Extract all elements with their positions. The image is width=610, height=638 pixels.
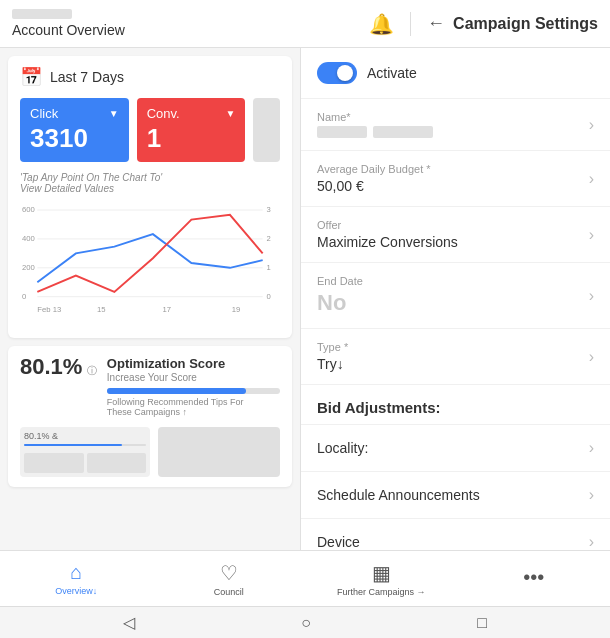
optimization-info: Optimization Score Increase Your Score F… (107, 356, 280, 417)
settings-row-budget[interactable]: Average Daily Budget * 50,00 € › (301, 151, 610, 207)
bid-schedule-label: Schedule Announcements (317, 487, 480, 503)
calendar-icon: 📅 (20, 66, 42, 88)
bottom-area: ⌂ Overview↓ ♡ Council ▦ Further Campaign… (0, 550, 610, 638)
conv-dropdown-icon[interactable]: ▼ (226, 108, 236, 119)
activate-label: Activate (367, 65, 417, 81)
bid-locality-label: Locality: (317, 440, 368, 456)
click-metric-box[interactable]: Click ▼ 3310 (20, 98, 129, 162)
conv-metric-box[interactable]: Conv. ▼ 1 (137, 98, 246, 162)
optimization-title: Optimization Score (107, 356, 280, 371)
android-recent-btn[interactable]: □ (477, 614, 487, 632)
date-card: 📅 Last 7 Days Click ▼ 3310 Conv. ▼ (8, 56, 292, 338)
account-overview-title: Account Overview (12, 22, 369, 38)
bid-device-label: Device (317, 534, 360, 550)
conv-label: Conv. (147, 106, 180, 121)
settings-type-label: Type * (317, 341, 589, 353)
settings-row-type[interactable]: Type * Try↓ › (301, 329, 610, 385)
optimization-row: 80.1% ⓘ Optimization Score Increase Your… (20, 356, 280, 417)
click-label: Click (30, 106, 58, 121)
svg-text:17: 17 (163, 305, 172, 314)
opt-thumb-score: 80.1% & (20, 427, 150, 477)
settings-enddate-content: End Date No (317, 275, 589, 316)
settings-budget-value: 50,00 € (317, 178, 589, 194)
settings-name-label: Name* (317, 111, 589, 123)
settings-type-value: Try↓ (317, 356, 589, 372)
optimization-card: 80.1% ⓘ Optimization Score Increase Your… (8, 346, 292, 487)
left-panel: 📅 Last 7 Days Click ▼ 3310 Conv. ▼ (0, 48, 300, 550)
chart-container[interactable]: 600 400 200 0 3 2 1 0 (20, 198, 280, 328)
click-label-row: Click ▼ (30, 106, 119, 121)
android-back-btn[interactable]: ◁ (123, 613, 135, 632)
settings-name-value (317, 126, 589, 138)
top-bar-right: 🔔 ← Campaign Settings (369, 12, 598, 36)
settings-enddate-value: No (317, 290, 589, 316)
conv-label-row: Conv. ▼ (147, 106, 236, 121)
optimization-follow-text: Following Recommended Tips ForThese Camp… (107, 397, 280, 417)
settings-budget-label: Average Daily Budget * (317, 163, 589, 175)
main-content: 📅 Last 7 Days Click ▼ 3310 Conv. ▼ (0, 48, 610, 550)
settings-row-name[interactable]: Name* › (301, 99, 610, 151)
settings-budget-content: Average Daily Budget * 50,00 € (317, 163, 589, 194)
svg-text:19: 19 (232, 305, 241, 314)
nav-campaigns-icon: ▦ (372, 561, 391, 585)
divider (410, 12, 411, 36)
svg-text:Feb 13: Feb 13 (37, 305, 61, 314)
metric-row: Click ▼ 3310 Conv. ▼ 1 (20, 98, 280, 162)
locality-chevron-icon: › (589, 439, 594, 457)
campaign-header: ← Campaign Settings (427, 13, 598, 34)
click-dropdown-icon[interactable]: ▼ (109, 108, 119, 119)
svg-text:2: 2 (267, 234, 271, 243)
optimization-subtitle: Increase Your Score (107, 372, 280, 383)
settings-offer-label: Offer (317, 219, 589, 231)
optimization-score: 80.1% (20, 354, 82, 379)
name-chevron-icon: › (589, 116, 594, 134)
opt-score-container: 80.1% ⓘ (20, 356, 97, 378)
opt-thumb-bar (24, 444, 122, 446)
nav-council-icon: ♡ (220, 561, 238, 585)
android-home-btn[interactable]: ○ (301, 614, 311, 632)
optimization-bar-bg (107, 388, 280, 394)
top-bar-left: Account Overview (12, 9, 369, 38)
bottom-nav: ⌂ Overview↓ ♡ Council ▦ Further Campaign… (0, 550, 610, 606)
svg-text:0: 0 (267, 292, 271, 301)
back-arrow-icon[interactable]: ← (427, 13, 445, 34)
settings-name-content: Name* (317, 111, 589, 138)
bid-row-device[interactable]: Device › (301, 519, 610, 550)
click-value: 3310 (30, 123, 119, 154)
offer-chevron-icon: › (589, 226, 594, 244)
svg-text:15: 15 (97, 305, 106, 314)
activate-toggle[interactable] (317, 62, 357, 84)
top-bar: Account Overview 🔔 ← Campaign Settings (0, 0, 610, 48)
opt-icon: ⓘ (87, 365, 97, 376)
name-placeholder-2 (373, 126, 433, 138)
right-panel: Activate Name* › Average Daily Budget * (300, 48, 610, 550)
nav-home-icon: ⌂ (70, 561, 82, 584)
account-label-bar (12, 9, 72, 19)
nav-council-label: Council (214, 587, 244, 597)
budget-chevron-icon: › (589, 170, 594, 188)
toggle-thumb (337, 65, 353, 81)
settings-enddate-label: End Date (317, 275, 589, 287)
nav-item-more[interactable]: ••• (458, 551, 611, 606)
date-range-text[interactable]: Last 7 Days (50, 69, 124, 85)
settings-section: Name* › Average Daily Budget * 50,00 € › (301, 99, 610, 385)
bid-row-locality[interactable]: Locality: › (301, 425, 610, 472)
nav-item-council[interactable]: ♡ Council (153, 551, 306, 606)
nav-campaigns-label: Further Campaigns → (337, 587, 426, 597)
chart-hint: 'Tap Any Point On The Chart To'View Deta… (20, 172, 280, 194)
enddate-chevron-icon: › (589, 287, 594, 305)
nav-overview-label: Overview↓ (55, 586, 97, 596)
nav-item-campaigns[interactable]: ▦ Further Campaigns → (305, 551, 458, 606)
line-chart: 600 400 200 0 3 2 1 0 (20, 198, 280, 328)
nav-item-overview[interactable]: ⌂ Overview↓ (0, 551, 153, 606)
bell-icon[interactable]: 🔔 (369, 12, 394, 36)
svg-text:1: 1 (267, 263, 271, 272)
svg-text:3: 3 (267, 205, 271, 214)
conv-value: 1 (147, 123, 236, 154)
settings-row-offer[interactable]: Offer Maximize Conversions › (301, 207, 610, 263)
nav-more-icon: ••• (523, 566, 544, 589)
bid-row-schedule[interactable]: Schedule Announcements › (301, 472, 610, 519)
svg-text:0: 0 (22, 292, 26, 301)
settings-row-enddate[interactable]: End Date No › (301, 263, 610, 329)
campaign-settings-title: Campaign Settings (453, 15, 598, 33)
